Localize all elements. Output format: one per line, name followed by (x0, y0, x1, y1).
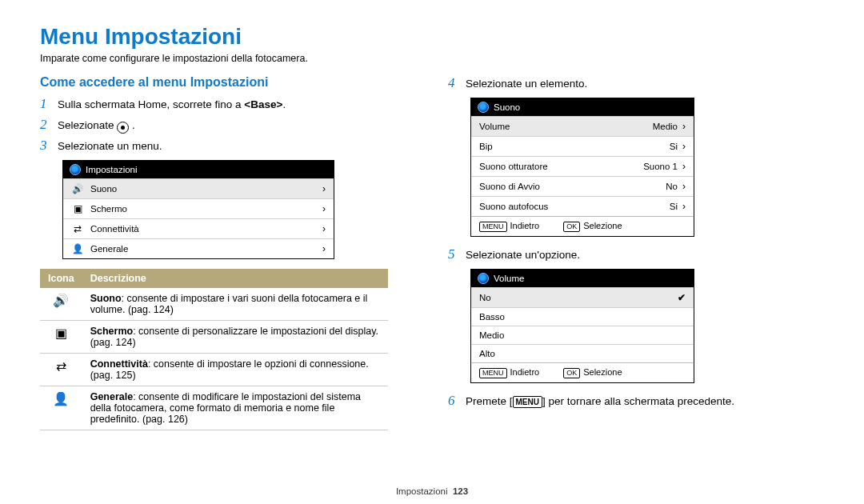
option-row-medio[interactable]: Medio (471, 326, 694, 344)
check-icon: ✔ (678, 292, 686, 303)
menu-header: Volume (471, 270, 694, 287)
connectivity-icon (56, 359, 66, 373)
menu-item-generale[interactable]: Generale › (63, 238, 334, 258)
menu-title: Suono (494, 102, 520, 112)
footer-back-label: Indietro (510, 367, 540, 377)
chevron-right-icon: › (682, 161, 686, 172)
table-header: Icona (40, 269, 82, 288)
footer-back-label: Indietro (510, 221, 540, 230)
row-desc: : consente di impostare i vari suoni del… (90, 293, 368, 315)
table-row: Suono: consente di impostare i vari suon… (40, 288, 388, 321)
footer-select-label: Selezione (583, 221, 622, 230)
option-label: Basso (479, 312, 505, 322)
chevron-right-icon: › (682, 201, 686, 212)
gear-icon (117, 122, 129, 134)
menu-footer: MENUIndietro OKSelezione (471, 216, 694, 236)
step-2: 2 Selezionate . (40, 117, 416, 133)
settings-menu-box: Impostazioni Suono › Schermo › Connettiv… (62, 160, 334, 259)
chevron-right-icon: › (682, 121, 686, 132)
menu-title: Volume (494, 274, 524, 283)
option-row-no[interactable]: No ✔ (471, 287, 694, 307)
option-label: Alto (479, 349, 495, 358)
sound-icon (71, 183, 84, 194)
row-title: Schermo (90, 326, 134, 337)
menu-pill: MENU (479, 368, 507, 378)
description-table: Icona Descrizione Suono: consente di imp… (40, 269, 388, 430)
general-icon (71, 243, 84, 254)
general-icon (53, 392, 69, 406)
setting-row-autofocus[interactable]: Suono autofocus Si› (471, 196, 694, 216)
menu-footer: MENUIndietro OKSelezione (471, 362, 694, 382)
lens-icon (478, 273, 489, 284)
option-row-basso[interactable]: Basso (471, 307, 694, 326)
setting-key: Suono autofocus (479, 202, 548, 211)
step-text: ] per tornare alla schermata precedente. (542, 395, 734, 407)
screen-icon (71, 203, 84, 214)
table-row: Generale: consente di modificare le impo… (40, 386, 388, 430)
step-text: Selezionate un elemento. (466, 78, 587, 90)
setting-value: No (666, 182, 678, 191)
step-3: 3 Selezionate un menu. (40, 138, 416, 154)
setting-value: Medio (653, 122, 678, 131)
chevron-right-icon: › (322, 183, 326, 194)
step-1: 1 Sulla schermata Home, scorrete fino a … (40, 96, 416, 112)
table-header: Descrizione (82, 269, 388, 288)
menu-button-icon: MENU (513, 396, 542, 408)
step-text: Premete [ (466, 395, 513, 407)
menu-header: Impostazioni (63, 161, 334, 178)
table-header-row: Icona Descrizione (40, 269, 388, 288)
ok-pill: OK (563, 368, 580, 378)
menu-pill: MENU (479, 222, 507, 232)
setting-row-volume[interactable]: Volume Medio› (471, 116, 694, 136)
step-number: 4 (448, 75, 459, 91)
setting-row-startup[interactable]: Suono di Avvio No› (471, 176, 694, 196)
option-label: Medio (479, 330, 504, 340)
lens-icon (478, 102, 489, 113)
menu-item-suono[interactable]: Suono › (63, 178, 334, 198)
menu-item-label: Generale (90, 244, 128, 254)
step-number: 5 (448, 246, 459, 262)
chevron-right-icon: › (322, 203, 326, 214)
footer-select-label: Selezione (583, 367, 622, 377)
lens-icon (70, 164, 81, 175)
step-text: Selezionate un'opzione. (466, 249, 580, 261)
sound-settings-box: Suono Volume Medio› Bip Si› Suono ottura… (470, 98, 694, 237)
step-6: 6 Premete [MENU] per tornare alla scherm… (448, 393, 824, 409)
setting-key: Suono otturatore (479, 162, 548, 171)
menu-item-connettivita[interactable]: Connettività › (63, 218, 334, 238)
section-heading: Come accedere al menu Impostazioni (40, 75, 416, 90)
menu-item-label: Suono (90, 184, 117, 194)
table-row: Schermo: consente di personalizzare le i… (40, 321, 388, 354)
setting-key: Suono di Avvio (479, 182, 540, 191)
menu-header: Suono (471, 98, 694, 116)
setting-value: Si (670, 142, 678, 151)
ok-pill: OK (563, 222, 580, 232)
menu-item-schermo[interactable]: Schermo › (63, 198, 334, 218)
step-bold: <Base> (244, 98, 282, 110)
footer-page-number: 123 (453, 486, 468, 496)
setting-row-bip[interactable]: Bip Si› (471, 136, 694, 156)
step-5: 5 Selezionate un'opzione. (448, 246, 824, 262)
setting-row-shutter[interactable]: Suono otturatore Suono 1› (471, 156, 694, 176)
step-text: . (132, 119, 135, 131)
page-footer: Impostazioni 123 (0, 486, 864, 496)
chevron-right-icon: › (682, 141, 686, 152)
row-title: Connettività (90, 358, 148, 370)
option-label: No (479, 293, 491, 302)
table-row: Connettività: consente di impostare le o… (40, 354, 388, 386)
screen-icon (55, 326, 67, 340)
menu-title: Impostazioni (86, 165, 138, 174)
setting-value: Suono 1 (643, 162, 678, 171)
option-row-alto[interactable]: Alto (471, 344, 694, 362)
intro-text: Imparate come configurare le impostazion… (40, 53, 824, 64)
chevron-right-icon: › (322, 243, 326, 254)
setting-key: Bip (479, 142, 493, 151)
menu-item-label: Connettività (90, 224, 139, 234)
step-text: Selezionate un menu. (58, 140, 162, 152)
row-desc: : consente di personalizzare le impostaz… (90, 326, 378, 348)
row-title: Suono (90, 293, 122, 304)
step-text: . (282, 98, 286, 110)
step-number: 2 (40, 117, 51, 133)
chevron-right-icon: › (682, 181, 686, 192)
footer-section: Impostazioni (396, 486, 448, 496)
